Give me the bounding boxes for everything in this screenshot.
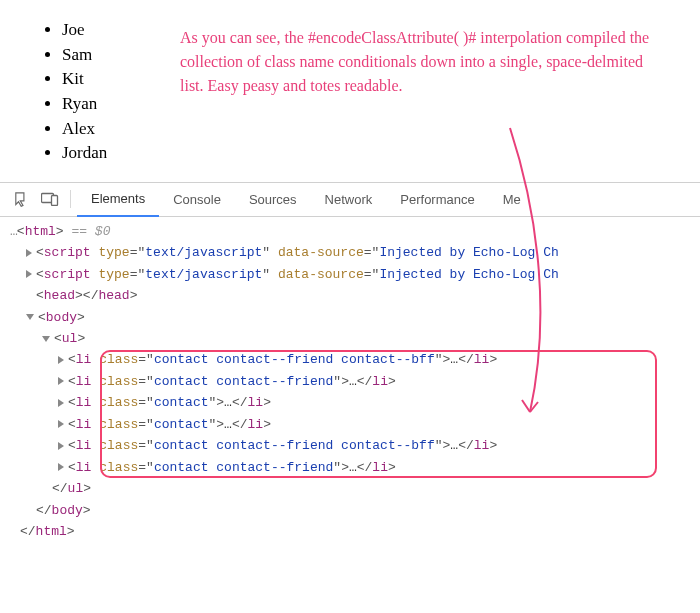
device-toolbar-icon[interactable] bbox=[36, 185, 64, 213]
dom-row[interactable]: </html> bbox=[0, 521, 700, 542]
dom-row[interactable]: <head></head> bbox=[0, 285, 700, 306]
annotation-text: As you can see, the #encodeClassAttribut… bbox=[180, 26, 660, 98]
dom-row[interactable]: </body> bbox=[0, 500, 700, 521]
devtools-tabbar: Elements Console Sources Network Perform… bbox=[0, 183, 700, 217]
list-item: Jordan bbox=[62, 141, 700, 166]
dom-row[interactable]: <script type="text/javascript" data-sour… bbox=[0, 242, 700, 263]
collapse-icon[interactable] bbox=[26, 314, 34, 320]
tab-network[interactable]: Network bbox=[311, 182, 387, 216]
expand-icon[interactable] bbox=[58, 399, 64, 407]
expand-icon[interactable] bbox=[58, 420, 64, 428]
selection-hint: == $0 bbox=[64, 224, 111, 239]
tab-sources[interactable]: Sources bbox=[235, 182, 311, 216]
dom-row[interactable]: <li class="contact contact--friend conta… bbox=[0, 435, 700, 456]
dom-tree[interactable]: …<html> == $0 <script type="text/javascr… bbox=[0, 217, 700, 553]
tabbar-separator bbox=[70, 190, 71, 208]
dom-row[interactable]: <li class="contact contact--friend">…</l… bbox=[0, 457, 700, 478]
expand-icon[interactable] bbox=[26, 270, 32, 278]
dom-row[interactable]: <ul> bbox=[0, 328, 700, 349]
svg-rect-1 bbox=[52, 196, 58, 206]
devtools-panel: Elements Console Sources Network Perform… bbox=[0, 182, 700, 553]
ellipsis-icon: … bbox=[10, 224, 17, 239]
dom-row[interactable]: <li class="contact contact--friend">…</l… bbox=[0, 371, 700, 392]
collapse-icon[interactable] bbox=[42, 336, 50, 342]
dom-row[interactable]: </ul> bbox=[0, 478, 700, 499]
dom-row[interactable]: …<html> == $0 bbox=[0, 221, 700, 242]
inspect-element-icon[interactable] bbox=[8, 185, 36, 213]
expand-icon[interactable] bbox=[26, 249, 32, 257]
dom-row[interactable]: <body> bbox=[0, 307, 700, 328]
dom-row[interactable]: <script type="text/javascript" data-sour… bbox=[0, 264, 700, 285]
list-item: Alex bbox=[62, 117, 700, 142]
expand-icon[interactable] bbox=[58, 442, 64, 450]
dom-row[interactable]: <li class="contact contact--friend conta… bbox=[0, 349, 700, 370]
expand-icon[interactable] bbox=[58, 377, 64, 385]
dom-row[interactable]: <li class="contact">…</li> bbox=[0, 392, 700, 413]
tab-elements[interactable]: Elements bbox=[77, 183, 159, 217]
expand-icon[interactable] bbox=[58, 356, 64, 364]
tab-performance[interactable]: Performance bbox=[386, 182, 488, 216]
tab-memory-partial[interactable]: Me bbox=[489, 182, 535, 216]
dom-row[interactable]: <li class="contact">…</li> bbox=[0, 414, 700, 435]
expand-icon[interactable] bbox=[58, 463, 64, 471]
tab-console[interactable]: Console bbox=[159, 182, 235, 216]
